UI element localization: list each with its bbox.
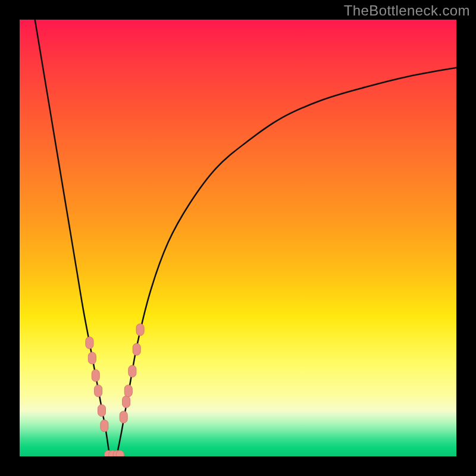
marker-15 bbox=[116, 450, 124, 456]
marker-layer bbox=[86, 324, 144, 456]
marker-9 bbox=[129, 365, 136, 377]
curve-right-curve bbox=[117, 68, 456, 456]
marker-7 bbox=[123, 396, 130, 408]
marker-6 bbox=[120, 411, 127, 423]
marker-3 bbox=[95, 385, 102, 397]
marker-11 bbox=[136, 324, 144, 336]
marker-4 bbox=[98, 405, 105, 416]
marker-10 bbox=[133, 343, 140, 355]
chart-svg bbox=[20, 20, 456, 456]
plot-area bbox=[20, 20, 456, 456]
marker-8 bbox=[124, 385, 132, 397]
marker-5 bbox=[101, 420, 108, 432]
watermark-text: TheBottleneck.com bbox=[344, 2, 470, 19]
marker-0 bbox=[86, 337, 93, 349]
marker-2 bbox=[92, 369, 99, 381]
marker-1 bbox=[88, 352, 96, 364]
chart-frame: TheBottleneck.com bbox=[0, 0, 476, 476]
